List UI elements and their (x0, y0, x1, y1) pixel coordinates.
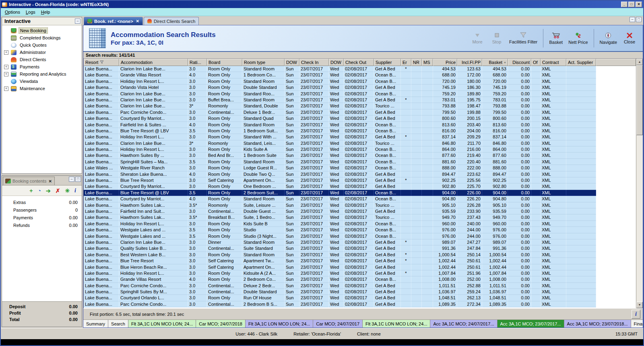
delete-icon[interactable]: ✗ (56, 187, 60, 194)
table-row[interactable]: Lake Buena...Parc Corniche Condo...3.0Co… (84, 109, 596, 115)
expand-icon[interactable]: + (4, 86, 8, 91)
column-header-room-type[interactable]: Room type (242, 59, 285, 66)
sidebar-item-administrator[interactable]: +Administrator (2, 49, 82, 56)
booking-contents-tab[interactable]: Booking contents ✕ (3, 177, 55, 185)
table-row[interactable]: Lake Buena...Blue Tree Resort @ LBV3.5Ro… (84, 128, 596, 134)
booking-panel-minimize-button[interactable]: – (69, 177, 74, 182)
column-header-accommodation[interactable]: Accommodation (119, 59, 188, 66)
basket-move-icon[interactable]: ➔ (46, 187, 51, 194)
table-row[interactable]: Lake Buena...Holiday Inn Resort L...3.0R… (84, 221, 596, 227)
table-row[interactable]: Lake Buena...Clarion Inn Lake Bue...3.0D… (84, 239, 596, 245)
collapse-panel-button[interactable]: – (75, 19, 80, 24)
menu-logs[interactable]: Logs (23, 9, 39, 15)
column-header-resort[interactable]: Resort (84, 59, 119, 66)
booking-tab-close-icon[interactable]: ✕ (48, 179, 52, 183)
bottom-tab-search[interactable]: Search (108, 320, 128, 327)
booking-panel-restore-button[interactable]: □ (75, 177, 81, 182)
table-row[interactable]: Lake Buena...Parc Corniche Condo...3.0Co… (84, 283, 596, 289)
table-row[interactable]: Lake Buena...Courtyard by Marriot...4.0R… (84, 196, 596, 202)
sidebar-item-payments[interactable]: +Payments (2, 63, 82, 70)
bottom-tab-acc-3a-1c-mco-23-07-2017[interactable]: Acc 3A,1C MCO; 23/07/2017... (497, 320, 564, 327)
table-row[interactable]: Lake Buena...Orlando Vista Hotel3.0Room … (84, 84, 596, 91)
bottom-tab-summary[interactable]: Summary (83, 320, 108, 327)
table-row[interactable]: Lake Buena...Grande Villas Resort4.0Room… (84, 72, 596, 78)
expand-icon[interactable]: + (4, 50, 8, 55)
basket-button[interactable]: Basket (547, 28, 565, 49)
tab-close-icon[interactable]: ✕ (135, 19, 139, 23)
mdi-minimize-button[interactable]: – (630, 17, 635, 22)
table-row[interactable]: Lake Buena...Hawthorn Suites By ...3.0Be… (84, 152, 596, 159)
column-header-dow[interactable]: DOW (329, 59, 344, 66)
table-row[interactable]: Lake Buena...Holiday Inn Resort L...3.0R… (84, 270, 596, 276)
bottom-tab-flt-3a-1c-lon-mco-lon-24[interactable]: Flt 3A,1C LON MCO LON; 24... (128, 320, 196, 327)
info-button[interactable]: i (632, 310, 640, 319)
table-row[interactable]: Lake Buena...Blue Tree Resort @ LBV3.5Ro… (84, 190, 596, 196)
scroll-down-arrow-icon[interactable]: ▼ (636, 302, 643, 308)
table-row[interactable]: Lake Buena...Courtyard By Marriot...3.0R… (84, 183, 596, 189)
bottom-tab-car-mco-24-07-2017[interactable]: Car MCO; 24/07/2017 (313, 320, 363, 327)
table-row[interactable]: Lake Buena...Fairfield Inn and Suit...3.… (84, 208, 596, 214)
nett-price-button[interactable]: Nett Price (566, 28, 590, 49)
table-row[interactable]: Lake Buena...Hawthorn Suites Lak...3.5*B… (84, 214, 596, 220)
column-header-ms[interactable]: MS (422, 59, 433, 66)
sidebar-item-quick-quotes[interactable]: Quick Quotes (2, 41, 82, 49)
table-row[interactable]: Lake Buena...Hawthorn Suites Lak...3.5*R… (84, 202, 596, 208)
bottom-tab-flt-3a-1c-lon-mco-lon-24[interactable]: Flt 3A,1C LON MCO LON; 24... (246, 320, 313, 327)
column-header-basket[interactable]: Basket▼ (482, 59, 508, 66)
bottom-tab-financial-summary[interactable]: Financial Summary (631, 320, 643, 327)
table-row[interactable]: Lake Buena...Holiday Inn Resort L...3.0R… (84, 146, 596, 152)
column-header-contract[interactable]: Contract (541, 59, 566, 66)
column-header-discount[interactable]: Discount (508, 59, 531, 66)
table-row[interactable]: Lake Buena...Holiday Inn Resort L...3.0R… (84, 134, 596, 140)
add-icon[interactable]: + (29, 187, 33, 194)
sidebar-item-reporting-and-analytics[interactable]: +Reporting and Analytics (2, 70, 82, 78)
column-header-board[interactable]: Board (207, 59, 242, 66)
facilities-filter-button[interactable]: Facilities Filter (507, 28, 540, 49)
table-row[interactable]: Lake Buena...Blue Tree Resort3.0Self Cat… (84, 177, 596, 183)
table-row[interactable]: Lake Buena...Westgate Lakes and ...3.5Ro… (84, 233, 596, 239)
bottom-tab-flt-3a-1c-lon-mco-lon-24[interactable]: Flt 3A,1C LON MCO LON; 24... (363, 320, 430, 327)
column-header-price[interactable]: Price (433, 59, 457, 66)
navigate-button[interactable]: Navigate (597, 28, 619, 49)
table-row[interactable]: Lake Buena...Clarion Inn Lake Bue...3.0R… (84, 91, 596, 97)
sidebar-item-maintenance[interactable]: +Maintenance (2, 85, 82, 92)
table-row[interactable]: Lake Wales ...Westgate River Ranch3.0Roo… (84, 165, 596, 171)
table-row[interactable]: Lake Buena...Clarion Inn Lake Bue...3.0B… (84, 97, 596, 103)
menu-help[interactable]: Help (39, 9, 54, 15)
scrollbar-thumb[interactable] (636, 65, 643, 135)
mdi-restore-button[interactable]: □ (636, 17, 642, 22)
table-row[interactable]: Lake Buena...Holiday Inn Resort L...3.0R… (84, 78, 596, 84)
sidebar-item-viewdata[interactable]: Viewdata (2, 78, 82, 85)
filter-funnel-icon[interactable] (100, 60, 104, 65)
table-row[interactable]: Lake Buena...Best Western Lake B...3.0Ro… (84, 252, 596, 258)
menu-options[interactable]: Options (2, 9, 23, 15)
table-row[interactable]: Lake Buena...Springhill Suites By M...3.… (84, 289, 596, 295)
table-row[interactable]: Lake Buena...Sheraton Lake Buena...4.0Ro… (84, 171, 596, 177)
column-header-incl-fl-pp[interactable]: Incl.Fl.PP (457, 59, 482, 66)
sidebar-item-completed-bookings[interactable]: Completed Bookings (2, 34, 82, 41)
minimize-button[interactable]: _ (621, 2, 627, 7)
table-row[interactable]: Lake Buena...Blue Tree Resort3.0Self Cat… (84, 258, 596, 264)
column-header-rati[interactable]: Rati... (188, 59, 207, 66)
column-header-dow[interactable]: DOW (285, 59, 299, 66)
close-button[interactable]: Close (620, 28, 639, 49)
table-row[interactable]: Lake Buena...Fairfield Inn & Suites ...4… (84, 122, 596, 128)
schedule-icon[interactable]: ◔ (37, 187, 41, 194)
sidebar-item-new-booking[interactable]: New Booking (2, 27, 82, 34)
column-header-nr[interactable]: NR (411, 59, 422, 66)
table-row[interactable]: Lake Buena...SpringHill Suites – Ma...3.… (84, 159, 596, 165)
maximize-button[interactable]: □ (628, 2, 635, 7)
column-header-check-out[interactable]: Check Out (344, 59, 374, 66)
table-row[interactable]: Lake Buena...Parc Corniche Condo...3.0Co… (84, 301, 596, 307)
sidebar-item-direct-clients[interactable]: Direct Clients (2, 56, 82, 63)
table-row[interactable]: Lake Buena...Courtyard By Marriot...3.0R… (84, 115, 596, 122)
table-row[interactable]: Lake Buena...Clarion Inn Lake Bue...3.0R… (84, 66, 596, 72)
bottom-tab-acc-3a-1c-mco-24-07-2017[interactable]: Acc 3A,1C MCO; 24/07/2017... (430, 320, 497, 327)
scroll-up-arrow-icon[interactable]: ▲ (636, 59, 643, 65)
expand-icon[interactable]: + (4, 72, 8, 76)
table-row[interactable]: Lake Buena...Courtyard Orlando L...3.0Ro… (84, 295, 596, 301)
close-window-button[interactable]: ✕ (636, 2, 642, 7)
bottom-tab-car-mco-24-07-2018[interactable]: Car MCO; 24/07/2018 (196, 320, 246, 327)
column-header-check-in[interactable]: Check In (299, 59, 329, 66)
table-row[interactable]: Lake Buena...Grande Villas Resort4.0Room… (84, 276, 596, 282)
